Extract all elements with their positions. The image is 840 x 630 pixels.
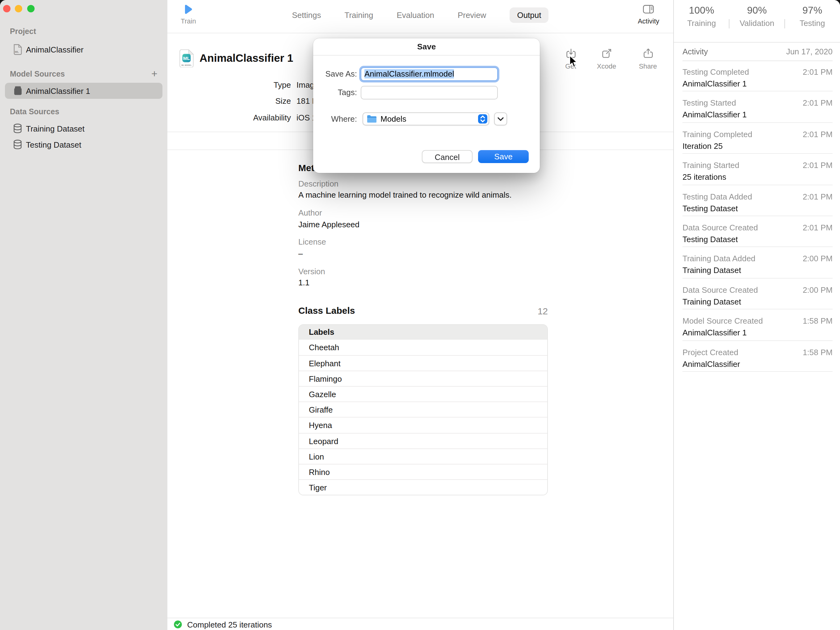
close-button[interactable] [3, 5, 11, 13]
status-bar: Completed 25 iterations [167, 617, 673, 630]
activity-event-list: Testing Completed2:01 PM AnimalClassifie… [682, 60, 832, 372]
author-value: Jaime Appleseed [298, 220, 360, 230]
activity-header: Activity Jun 17, 2020 [682, 47, 832, 56]
where-value: Models [381, 114, 406, 123]
event-subtitle: 25 iterations [682, 172, 832, 182]
class-labels-heading: Class Labels [298, 305, 355, 316]
filename-selected-text: AnimalClassifier.mlmodel [365, 69, 454, 79]
activity-event: Testing Data Added2:01 PM Testing Datase… [682, 185, 832, 216]
table-row[interactable]: Lion [299, 448, 547, 464]
tab-output[interactable]: Output [510, 7, 548, 22]
zoom-button[interactable] [27, 5, 35, 13]
save-button[interactable]: Save [478, 150, 529, 163]
stepper-icon [478, 114, 487, 123]
sidebar-item-label: AnimalClassifier [26, 45, 84, 54]
tab-bar: Settings Training Evaluation Preview Out… [167, 7, 673, 23]
xcode-button[interactable]: Xcode [589, 48, 624, 70]
filename-input[interactable]: AnimalClassifier.mlmodel [361, 67, 498, 81]
event-subtitle: Testing Dataset [682, 235, 832, 245]
share-button[interactable]: Share [630, 48, 666, 70]
activity-event: Training Data Added2:00 PM Training Data… [682, 247, 832, 279]
ml-model-file-icon: ML ML MODEL [179, 49, 194, 69]
tab-evaluation[interactable]: Evaluation [396, 10, 434, 19]
event-time: 2:01 PM [803, 192, 832, 202]
table-row[interactable]: Flamingo [299, 371, 547, 386]
mouse-cursor [569, 55, 578, 70]
cancel-button[interactable]: Cancel [422, 150, 472, 163]
sidebar-item-model-source[interactable]: AnimalClassifier 1 [5, 83, 163, 99]
stat-label: Validation [729, 19, 785, 28]
xcode-label: Xcode [589, 62, 624, 70]
event-title: Data Source Created [682, 223, 758, 233]
stat-value: 97% [785, 5, 840, 16]
model-source-icon [13, 86, 22, 96]
table-row[interactable]: Hyena [299, 417, 547, 433]
stat-label: Testing [785, 19, 840, 28]
version-label: Version [298, 267, 325, 277]
event-time: 2:00 PM [803, 285, 832, 295]
metadata-heading: Met [298, 163, 314, 173]
save-dialog: Save Save As: AnimalClassifier.mlmodel T… [313, 38, 540, 173]
where-dropdown[interactable]: Models [363, 112, 489, 125]
event-title: Data Source Created [682, 285, 758, 295]
event-title: Testing Completed [682, 67, 749, 77]
table-row[interactable]: Gazelle [299, 386, 547, 402]
author-label: Author [298, 208, 322, 218]
event-time: 2:01 PM [803, 98, 832, 108]
event-title: Training Started [682, 161, 739, 171]
database-icon [13, 123, 22, 133]
table-row[interactable]: Leopard [299, 433, 547, 448]
share-icon [643, 48, 653, 59]
event-subtitle: Training Dataset [682, 266, 832, 276]
table-row[interactable]: Giraffe [299, 402, 547, 417]
activity-event: Training Completed2:01 PM Iteration 25 [682, 123, 832, 154]
accuracy-stats: 100% Training 90% Validation 97% Testing [674, 0, 840, 43]
event-subtitle: AnimalClassifier 1 [682, 110, 832, 120]
event-time: 2:01 PM [803, 223, 832, 233]
activity-event: Training Started2:01 PM 25 iterations [682, 154, 832, 185]
event-title: Training Completed [682, 130, 752, 140]
event-time: 2:01 PM [803, 161, 832, 171]
detail-label: Size [167, 96, 291, 106]
tags-input[interactable] [361, 86, 498, 99]
database-icon [13, 140, 22, 150]
save-as-label: Save As: [295, 69, 357, 79]
sidebar-item-project[interactable]: ML AnimalClassifier [5, 41, 163, 57]
table-row[interactable]: Elephant [299, 355, 547, 371]
event-subtitle: AnimalClassifier 1 [682, 79, 832, 89]
table-row[interactable]: Cheetah [299, 340, 547, 355]
project-section-label: Project [10, 27, 36, 36]
tab-training[interactable]: Training [345, 10, 373, 19]
svg-text:ML: ML [15, 51, 19, 54]
stat-label: Training [674, 19, 729, 28]
chevron-down-icon [497, 117, 504, 122]
minimize-button[interactable] [15, 5, 22, 13]
folder-icon [367, 115, 377, 123]
tab-settings[interactable]: Settings [292, 10, 321, 19]
sidebar-item-label: AnimalClassifier 1 [26, 86, 90, 95]
event-subtitle: AnimalClassifier [682, 359, 832, 369]
table-row[interactable]: Tiger [299, 479, 547, 495]
sidebar-item-training-dataset[interactable]: Training Dataset [5, 120, 163, 136]
event-time: 1:58 PM [803, 316, 832, 326]
event-title: Project Created [682, 347, 738, 357]
sidebar-item-testing-dataset[interactable]: Testing Dataset [5, 136, 163, 153]
expand-dialog-button[interactable] [494, 112, 507, 125]
tags-label: Tags: [295, 88, 357, 98]
table-row[interactable]: Rhino [299, 464, 547, 479]
event-time: 2:01 PM [803, 67, 832, 77]
license-value: – [298, 249, 303, 259]
class-labels-table: Labels Cheetah Elephant Flamingo Gazelle… [298, 324, 548, 495]
stat-validation: 90% Validation [729, 0, 785, 42]
status-message: Completed 25 iterations [187, 620, 272, 629]
tab-preview[interactable]: Preview [458, 10, 486, 19]
activity-event: Testing Started2:01 PM AnimalClassifier … [682, 92, 832, 123]
activity-panel-toggle[interactable]: Activity [634, 5, 663, 25]
event-title: Testing Started [682, 98, 736, 108]
dialog-title: Save [313, 38, 540, 55]
add-model-source-button[interactable]: + [148, 68, 161, 80]
stat-value: 100% [674, 5, 729, 16]
sidebar-right-icon [643, 5, 654, 14]
create-ml-window: Project ML AnimalClassifier Model Source… [0, 0, 840, 630]
share-label: Share [630, 62, 666, 70]
